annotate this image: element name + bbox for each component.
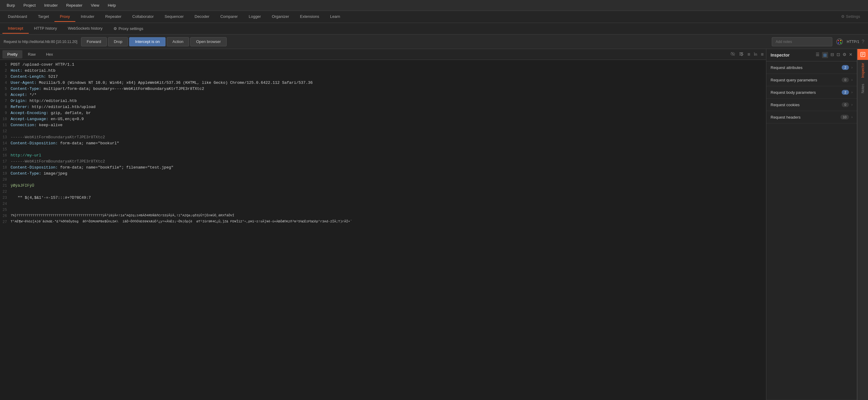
- code-line-23: 23 "" $(4,$&1'-=-157:::#+?D?8C49:7: [0, 195, 766, 202]
- inspector-icons: ☰ ⊞ ⊟ ⊡ ⚙ ✕: [816, 52, 852, 58]
- section-count-body-params: 2: [842, 90, 849, 95]
- inspector-section-cookies[interactable]: Request cookies 0 ›: [766, 99, 857, 111]
- code-line-4: 4 User-Agent: Mozilla/5.0 (Windows NT 10…: [0, 81, 766, 87]
- tab-organizer[interactable]: Organizer: [266, 12, 294, 22]
- forward-button[interactable]: Forward: [81, 37, 107, 46]
- code-line-2: 2 Host: editorial.htb: [0, 68, 766, 74]
- svg-point-1: [838, 40, 839, 41]
- columns-icon[interactable]: ⊟: [831, 52, 834, 58]
- tab-intercept[interactable]: Intercept: [2, 24, 29, 34]
- code-line-14: 14 Content-Disposition: form-data; name=…: [0, 141, 766, 147]
- code-line-13: 13 ------WebKitFormBoundaryaKtrTJPE3r8TX…: [0, 135, 766, 141]
- code-line-24: 24: [0, 202, 766, 208]
- grid-view-icon[interactable]: ⊞: [822, 52, 828, 58]
- svg-point-4: [838, 42, 839, 43]
- editor-area: Pretty Raw Hex ≡ Ïn ≡ 1 POST /uploa: [0, 49, 766, 400]
- menu-repeater[interactable]: Repeater: [62, 2, 87, 9]
- menu-intruder[interactable]: Intruder: [40, 2, 62, 9]
- menu-project[interactable]: Project: [19, 2, 40, 9]
- editor-tabs: Pretty Raw Hex ≡ Ïn ≡: [0, 49, 766, 60]
- inspector-section-headers[interactable]: Request headers 10 ›: [766, 111, 857, 123]
- tab-raw[interactable]: Raw: [23, 50, 40, 58]
- code-line-20: 20: [0, 177, 766, 183]
- align-icon[interactable]: ≡: [747, 52, 750, 57]
- tab-sequencer[interactable]: Sequencer: [159, 12, 189, 22]
- drop-button[interactable]: Drop: [108, 37, 128, 46]
- format-icon[interactable]: Ïn: [754, 52, 757, 57]
- code-line-19: 19 Content-Type: image/jpeg: [0, 171, 766, 177]
- tab-http-history[interactable]: HTTP history: [29, 24, 63, 34]
- section-count-request-attributes: 2: [842, 65, 849, 70]
- svg-line-6: [731, 52, 735, 56]
- code-line-12: 12: [0, 129, 766, 135]
- tab-proxy[interactable]: Proxy: [55, 12, 75, 22]
- chevron-down-icon-1: ›: [851, 78, 852, 82]
- inspector-sidebar-label[interactable]: Inspector: [858, 60, 867, 81]
- tab-collaborator[interactable]: Collaborator: [127, 12, 159, 22]
- tab-intruder[interactable]: Intruder: [75, 12, 100, 22]
- tab-logger[interactable]: Logger: [243, 12, 266, 22]
- inspector-gear-icon[interactable]: ⚙: [843, 52, 846, 58]
- request-info: Request to http://editorial.htb:80 [10.1…: [4, 40, 78, 44]
- tab-hex[interactable]: Hex: [41, 50, 58, 58]
- tab-websockets-history[interactable]: WebSockets history: [62, 24, 108, 34]
- chevron-down-icon-4: ›: [851, 115, 852, 119]
- inspector-header: Inspector ☰ ⊞ ⊟ ⊡ ⚙ ✕: [766, 49, 857, 61]
- tab-pretty[interactable]: Pretty: [2, 50, 22, 58]
- tab-repeater[interactable]: Repeater: [100, 12, 127, 22]
- code-line-21: 21 ÿØÿàJFIFÿÛ: [0, 183, 766, 189]
- chevron-down-icon-0: ›: [851, 65, 852, 70]
- tab-target[interactable]: Target: [33, 12, 55, 22]
- settings-icon-area[interactable]: ⚙ Settings: [836, 12, 866, 22]
- tab-extensions[interactable]: Extensions: [295, 12, 325, 22]
- section-label-headers: Request headers: [771, 115, 840, 120]
- menu-view[interactable]: View: [87, 2, 103, 9]
- main-area: Pretty Raw Hex ≡ Ïn ≡ 1 POST /uploa: [0, 49, 868, 400]
- inspector-icon: [860, 52, 866, 57]
- filter-icon[interactable]: ⊡: [837, 52, 840, 58]
- inspector-panel: Inspector ☰ ⊞ ⊟ ⊡ ⚙ ✕ Request attributes…: [766, 49, 857, 400]
- hide-icon[interactable]: [730, 52, 735, 57]
- section-count-cookies: 0: [842, 102, 849, 107]
- code-line-25: 25: [0, 208, 766, 214]
- inspector-section-request-attributes[interactable]: Request attributes 2 ›: [766, 61, 857, 74]
- sidebar-inspector-icon[interactable]: [858, 49, 868, 60]
- menu-burp[interactable]: Burp: [2, 2, 19, 9]
- section-label-body-params: Request body parameters: [771, 90, 842, 95]
- tab-dashboard[interactable]: Dashboard: [2, 12, 33, 22]
- open-browser-button[interactable]: Open browser: [190, 37, 227, 46]
- code-line-6: 6 Accept: */*: [0, 93, 766, 99]
- wrap-icon[interactable]: [739, 52, 744, 57]
- menu-bar: Burp Project Intruder Repeater View Help: [0, 0, 868, 11]
- code-line-3: 3 Content-Length: 5217: [0, 74, 766, 81]
- code-line-8: 8 Referer: http://editorial.htb/upload: [0, 105, 766, 111]
- action-button[interactable]: Action: [167, 37, 189, 46]
- proxy-tab-bar: Intercept HTTP history WebSockets histor…: [0, 23, 868, 34]
- main-tab-bar: Dashboard Target Proxy Intruder Repeater…: [0, 11, 868, 23]
- code-line-5: 5 Content-Type: multipart/form-data; bou…: [0, 87, 766, 93]
- tab-decoder[interactable]: Decoder: [189, 12, 215, 22]
- tab-learn[interactable]: Learn: [324, 12, 345, 22]
- proxy-settings-tab[interactable]: ⚙ Proxy settings: [108, 24, 149, 33]
- more-icon[interactable]: ≡: [761, 52, 764, 57]
- settings-label: Settings: [846, 14, 860, 19]
- inspector-close-icon[interactable]: ✕: [849, 52, 852, 58]
- gear-icon-proxy: ⚙: [114, 26, 117, 31]
- intercept-button[interactable]: Intercept is on: [129, 37, 165, 46]
- code-line-18: 18 Content-Disposition: form-data; name=…: [0, 165, 766, 171]
- notes-sidebar-label[interactable]: Notes: [858, 81, 867, 96]
- add-notes-input[interactable]: [772, 37, 832, 46]
- chevron-down-icon-2: ›: [851, 90, 852, 94]
- code-line-11: 11 Connection: keep-alive: [0, 123, 766, 129]
- list-view-icon[interactable]: ☰: [816, 52, 819, 58]
- color-icon-area: [836, 38, 843, 45]
- proxy-settings-label: Proxy settings: [119, 26, 144, 31]
- inspector-section-body-params[interactable]: Request body parameters 2 ›: [766, 86, 857, 99]
- code-line-22: 22: [0, 189, 766, 195]
- tab-comparer[interactable]: Comparer: [215, 12, 243, 22]
- code-editor[interactable]: 1 POST /upload-cover HTTP/1.1 2 Host: ed…: [0, 60, 766, 400]
- menu-help[interactable]: Help: [103, 2, 120, 9]
- inspector-section-query-params[interactable]: Request query parameters 0 ›: [766, 74, 857, 86]
- code-line-17: 17 ------WebKitFormBoundaryaKtrTJPE3r8TX…: [0, 159, 766, 165]
- svg-point-3: [840, 42, 841, 43]
